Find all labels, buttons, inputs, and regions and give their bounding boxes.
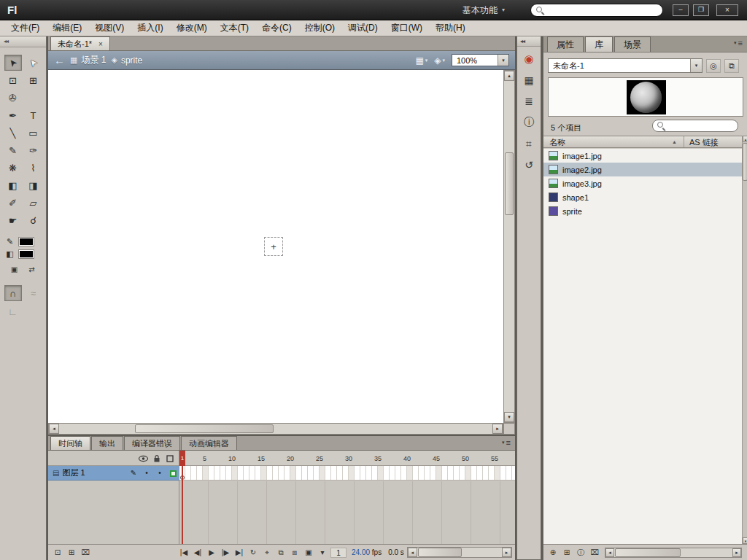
search-input[interactable]	[549, 6, 651, 15]
straighten-option[interactable]: ∟	[4, 303, 22, 319]
center-frame-button[interactable]: ⌖	[261, 547, 273, 559]
default-colors-button[interactable]: ▣	[9, 263, 20, 275]
app-search-box[interactable]	[530, 4, 663, 17]
scrollbar-thumb[interactable]	[418, 548, 462, 557]
delete-item-button[interactable]: ⌧	[589, 547, 600, 559]
chevron-down-icon[interactable]: ▾	[498, 55, 508, 66]
library-item[interactable]: image1.jpg	[543, 149, 742, 163]
menu-modify[interactable]: 修改(M)	[170, 20, 214, 36]
smooth-option[interactable]: ≈	[25, 285, 42, 301]
edit-multiple-frames-button[interactable]: ▣	[303, 547, 314, 559]
step-forward-button[interactable]: |▶	[220, 547, 231, 559]
panel-menu-button[interactable]: ▾ ≡	[734, 39, 743, 47]
scroll-up-button[interactable]: ▴	[743, 136, 747, 142]
frame-rate-field[interactable]: 24.00 fps	[352, 548, 382, 556]
menu-commands[interactable]: 命令(C)	[255, 20, 298, 36]
document-tab[interactable]: 未命名-1* ×	[50, 36, 110, 50]
brush-tool[interactable]: ✑	[25, 142, 42, 158]
expand-panels-button[interactable]: ◂◂	[517, 36, 541, 47]
new-symbol-button[interactable]: ⊕	[547, 547, 559, 559]
canvas-vertical-scrollbar[interactable]: ▴ ▾	[503, 70, 515, 423]
library-item[interactable]: shape1	[543, 190, 742, 204]
edit-symbol-button[interactable]: ◈ ▾	[434, 55, 445, 66]
library-vertical-scrollbar[interactable]: ▴ ▾	[742, 136, 747, 544]
library-search-input[interactable]	[669, 122, 733, 131]
scroll-right-button[interactable]: ▸	[492, 424, 503, 434]
scrollbar-thumb[interactable]	[615, 548, 681, 557]
tab-scene[interactable]: 场景	[614, 36, 651, 52]
pin-library-button[interactable]: ◎	[706, 59, 721, 73]
frame-rate-value[interactable]: 24.00	[352, 548, 370, 556]
column-header-linkage[interactable]: AS 链接	[689, 137, 719, 148]
timeline-frames-area[interactable]: 510152025303540455055	[179, 451, 515, 544]
tab-motion-editor[interactable]: 动画编辑器	[181, 436, 237, 450]
scroll-left-button[interactable]: ◂	[49, 424, 59, 434]
frame-ruler[interactable]: 510152025303540455055	[179, 451, 515, 466]
timeline-horizontal-scrollbar[interactable]: ◂ ▸	[407, 547, 512, 558]
scrollbar-thumb[interactable]	[135, 424, 274, 433]
pen-tool[interactable]: ✒	[4, 107, 22, 123]
menu-insert[interactable]: 插入(I)	[131, 20, 169, 36]
layer-outline-color-swatch[interactable]	[166, 469, 179, 477]
tools-panel-collapse-button[interactable]: ◂◂	[0, 36, 46, 47]
lasso-tool[interactable]: ✇	[4, 90, 22, 106]
chevron-down-icon[interactable]: ▾	[690, 59, 702, 72]
back-arrow-icon[interactable]: ←	[54, 54, 65, 66]
menu-help[interactable]: 帮助(H)	[429, 20, 472, 36]
selection-tool[interactable]: ➤	[4, 55, 22, 71]
pencil-tool[interactable]: ✎	[4, 142, 22, 158]
onion-skin-outlines-button[interactable]: ⧈	[289, 547, 301, 559]
workspace-switcher-button[interactable]: 基本功能 ▾	[457, 3, 511, 18]
text-tool[interactable]: T	[25, 107, 42, 123]
edit-scene-button[interactable]: ▦ ▾	[415, 55, 427, 66]
layer-name[interactable]: 图层 1	[62, 467, 127, 478]
new-layer-button[interactable]: ⊡	[52, 547, 63, 559]
color-panel-icon[interactable]: ◉	[519, 50, 538, 68]
library-search-box[interactable]	[652, 120, 738, 132]
eraser-tool[interactable]: ▱	[25, 195, 42, 211]
menu-control[interactable]: 控制(O)	[298, 20, 341, 36]
onion-skin-button[interactable]: ⧉	[275, 547, 287, 559]
canvas-horizontal-scrollbar[interactable]: ◂ ▸	[48, 423, 503, 435]
show-hide-all-layers-button[interactable]	[139, 454, 148, 464]
layer-frames-row[interactable]	[179, 466, 515, 481]
scroll-left-button[interactable]: ◂	[408, 548, 417, 557]
eyedropper-tool[interactable]: ✐	[4, 195, 22, 211]
tab-library[interactable]: 库	[585, 36, 613, 52]
layer-visibility-toggle[interactable]: •	[140, 469, 153, 477]
stroke-color-control[interactable]: ✎	[6, 237, 41, 246]
deco-tool[interactable]: ❋	[4, 160, 22, 176]
rectangle-tool[interactable]: ▭	[25, 125, 42, 141]
swap-colors-button[interactable]: ⇄	[26, 263, 38, 275]
info-panel-icon[interactable]: ⓘ	[519, 114, 538, 131]
tab-output[interactable]: 输出	[91, 436, 123, 450]
library-document-select[interactable]: 未命名-1 ▾	[548, 58, 703, 73]
zoom-level-select[interactable]: 100% ▾	[452, 54, 509, 66]
lock-all-layers-button[interactable]	[153, 454, 160, 464]
menu-debug[interactable]: 调试(D)	[341, 20, 384, 36]
menu-file[interactable]: 文件(F)	[4, 20, 46, 36]
play-button[interactable]: ▶	[206, 547, 217, 559]
menu-text[interactable]: 文本(T)	[214, 20, 255, 36]
layer-row[interactable]: ▤ 图层 1 ✎ • •	[48, 466, 179, 481]
fill-color-control[interactable]: ◧	[6, 249, 41, 259]
step-back-button[interactable]: ◀|	[192, 547, 204, 559]
line-tool[interactable]: ╲	[4, 125, 22, 141]
ink-bottle-tool[interactable]: ◨	[25, 177, 42, 193]
menu-window[interactable]: 窗口(W)	[384, 20, 429, 36]
new-folder-button[interactable]: ⊞	[66, 547, 77, 559]
gradient-transform-tool[interactable]: ⊞	[25, 72, 42, 88]
scrollbar-thumb[interactable]	[743, 143, 747, 181]
stage-canvas[interactable]: +	[48, 70, 503, 423]
column-header-name[interactable]: 名称	[549, 137, 565, 148]
free-transform-tool[interactable]: ⊡	[4, 72, 22, 88]
panel-menu-button[interactable]: ▾ ≡	[502, 438, 511, 447]
library-item[interactable]: image2.jpg	[543, 163, 742, 176]
scroll-left-button[interactable]: ◂	[605, 548, 614, 557]
snap-to-objects-toggle[interactable]: ∩	[4, 285, 22, 301]
paint-bucket-tool[interactable]: ◧	[4, 177, 22, 193]
delete-layer-button[interactable]: ⌧	[80, 547, 91, 559]
align-panel-icon[interactable]: ≣	[519, 93, 538, 110]
loop-button[interactable]: ↻	[247, 547, 259, 559]
library-item[interactable]: sprite	[543, 204, 742, 218]
